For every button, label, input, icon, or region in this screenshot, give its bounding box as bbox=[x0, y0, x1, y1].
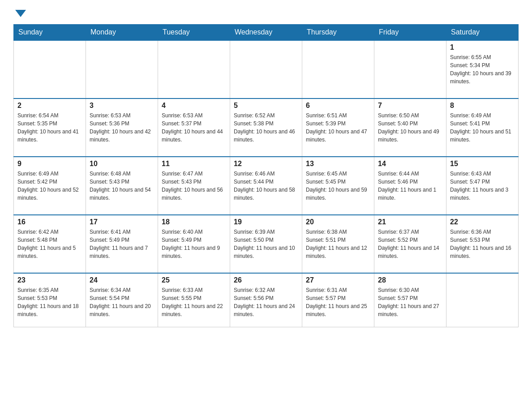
calendar-cell: 6Sunrise: 6:51 AMSunset: 5:39 PMDaylight… bbox=[302, 98, 374, 157]
day-info: Sunrise: 6:39 AMSunset: 5:50 PMDaylight:… bbox=[234, 228, 298, 260]
logo bbox=[13, 9, 26, 15]
day-info: Sunrise: 6:42 AMSunset: 5:48 PMDaylight:… bbox=[17, 228, 82, 260]
calendar-cell: 17Sunrise: 6:41 AMSunset: 5:49 PMDayligh… bbox=[86, 215, 158, 273]
day-number: 24 bbox=[90, 276, 154, 284]
calendar-week-row: 16Sunrise: 6:42 AMSunset: 5:48 PMDayligh… bbox=[14, 215, 519, 273]
day-info: Sunrise: 6:32 AMSunset: 5:56 PMDaylight:… bbox=[234, 286, 298, 318]
calendar-week-row: 23Sunrise: 6:35 AMSunset: 5:53 PMDayligh… bbox=[14, 273, 519, 327]
day-number: 1 bbox=[450, 43, 515, 51]
calendar-cell: 27Sunrise: 6:31 AMSunset: 5:57 PMDayligh… bbox=[302, 273, 374, 327]
calendar-cell: 24Sunrise: 6:34 AMSunset: 5:54 PMDayligh… bbox=[86, 273, 158, 327]
day-number: 4 bbox=[162, 102, 226, 110]
day-number: 7 bbox=[378, 102, 442, 110]
calendar-cell: 10Sunrise: 6:48 AMSunset: 5:43 PMDayligh… bbox=[86, 157, 158, 215]
day-info: Sunrise: 6:31 AMSunset: 5:57 PMDaylight:… bbox=[306, 286, 370, 318]
day-info: Sunrise: 6:37 AMSunset: 5:52 PMDaylight:… bbox=[378, 228, 442, 260]
calendar-table: SundayMondayTuesdayWednesdayThursdayFrid… bbox=[13, 24, 519, 327]
day-number: 17 bbox=[90, 218, 154, 226]
calendar-cell: 16Sunrise: 6:42 AMSunset: 5:48 PMDayligh… bbox=[14, 215, 86, 273]
calendar-cell: 20Sunrise: 6:38 AMSunset: 5:51 PMDayligh… bbox=[302, 215, 374, 273]
calendar-cell: 18Sunrise: 6:40 AMSunset: 5:49 PMDayligh… bbox=[158, 215, 230, 273]
day-number: 21 bbox=[378, 218, 442, 226]
weekday-header-saturday: Saturday bbox=[446, 25, 519, 41]
day-info: Sunrise: 6:36 AMSunset: 5:53 PMDaylight:… bbox=[450, 228, 515, 260]
day-info: Sunrise: 6:41 AMSunset: 5:49 PMDaylight:… bbox=[90, 228, 154, 260]
day-info: Sunrise: 6:53 AMSunset: 5:37 PMDaylight:… bbox=[162, 111, 226, 144]
calendar-cell: 26Sunrise: 6:32 AMSunset: 5:56 PMDayligh… bbox=[230, 273, 302, 327]
calendar-cell: 1Sunrise: 6:55 AMSunset: 5:34 PMDaylight… bbox=[446, 40, 519, 98]
calendar-cell: 2Sunrise: 6:54 AMSunset: 5:35 PMDaylight… bbox=[14, 98, 86, 157]
weekday-header-thursday: Thursday bbox=[302, 25, 374, 41]
weekday-header-tuesday: Tuesday bbox=[158, 25, 230, 41]
day-number: 13 bbox=[306, 160, 370, 168]
calendar-cell: 4Sunrise: 6:53 AMSunset: 5:37 PMDaylight… bbox=[158, 98, 230, 157]
day-number: 15 bbox=[450, 160, 515, 168]
day-info: Sunrise: 6:51 AMSunset: 5:39 PMDaylight:… bbox=[306, 111, 370, 144]
day-number: 28 bbox=[378, 276, 442, 284]
day-info: Sunrise: 6:47 AMSunset: 5:43 PMDaylight:… bbox=[162, 170, 226, 202]
day-number: 18 bbox=[162, 218, 226, 226]
day-info: Sunrise: 6:40 AMSunset: 5:49 PMDaylight:… bbox=[162, 228, 226, 260]
calendar-cell: 12Sunrise: 6:46 AMSunset: 5:44 PMDayligh… bbox=[230, 157, 302, 215]
logo-arrow-icon bbox=[15, 10, 26, 17]
day-info: Sunrise: 6:48 AMSunset: 5:43 PMDaylight:… bbox=[90, 170, 154, 202]
day-info: Sunrise: 6:53 AMSunset: 5:36 PMDaylight:… bbox=[90, 111, 154, 144]
day-number: 9 bbox=[17, 160, 82, 168]
calendar-cell bbox=[302, 40, 374, 98]
day-number: 11 bbox=[162, 160, 226, 168]
calendar-cell: 7Sunrise: 6:50 AMSunset: 5:40 PMDaylight… bbox=[374, 98, 446, 157]
day-info: Sunrise: 6:45 AMSunset: 5:45 PMDaylight:… bbox=[306, 170, 370, 202]
day-info: Sunrise: 6:54 AMSunset: 5:35 PMDaylight:… bbox=[17, 111, 82, 144]
calendar-cell: 14Sunrise: 6:44 AMSunset: 5:46 PMDayligh… bbox=[374, 157, 446, 215]
day-number: 19 bbox=[234, 218, 298, 226]
calendar-cell: 19Sunrise: 6:39 AMSunset: 5:50 PMDayligh… bbox=[230, 215, 302, 273]
day-info: Sunrise: 6:46 AMSunset: 5:44 PMDaylight:… bbox=[234, 170, 298, 202]
day-number: 14 bbox=[378, 160, 442, 168]
weekday-header-friday: Friday bbox=[374, 25, 446, 41]
day-info: Sunrise: 6:55 AMSunset: 5:34 PMDaylight:… bbox=[450, 53, 515, 86]
calendar-cell bbox=[446, 273, 519, 327]
day-info: Sunrise: 6:43 AMSunset: 5:47 PMDaylight:… bbox=[450, 170, 515, 202]
calendar-cell: 8Sunrise: 6:49 AMSunset: 5:41 PMDaylight… bbox=[446, 98, 519, 157]
calendar-cell: 15Sunrise: 6:43 AMSunset: 5:47 PMDayligh… bbox=[446, 157, 519, 215]
calendar-cell: 25Sunrise: 6:33 AMSunset: 5:55 PMDayligh… bbox=[158, 273, 230, 327]
page-header bbox=[13, 9, 519, 15]
calendar-week-row: 9Sunrise: 6:49 AMSunset: 5:42 PMDaylight… bbox=[14, 157, 519, 215]
calendar-cell: 11Sunrise: 6:47 AMSunset: 5:43 PMDayligh… bbox=[158, 157, 230, 215]
calendar-header-row: SundayMondayTuesdayWednesdayThursdayFrid… bbox=[14, 25, 519, 41]
calendar-cell bbox=[14, 40, 86, 98]
calendar-cell bbox=[230, 40, 302, 98]
day-number: 10 bbox=[90, 160, 154, 168]
day-info: Sunrise: 6:30 AMSunset: 5:57 PMDaylight:… bbox=[378, 286, 442, 318]
calendar-cell: 28Sunrise: 6:30 AMSunset: 5:57 PMDayligh… bbox=[374, 273, 446, 327]
calendar-cell: 9Sunrise: 6:49 AMSunset: 5:42 PMDaylight… bbox=[14, 157, 86, 215]
day-number: 23 bbox=[17, 276, 82, 284]
calendar-week-row: 2Sunrise: 6:54 AMSunset: 5:35 PMDaylight… bbox=[14, 98, 519, 157]
weekday-header-monday: Monday bbox=[86, 25, 158, 41]
calendar-cell bbox=[158, 40, 230, 98]
day-number: 20 bbox=[306, 218, 370, 226]
day-info: Sunrise: 6:49 AMSunset: 5:41 PMDaylight:… bbox=[450, 111, 515, 144]
day-info: Sunrise: 6:33 AMSunset: 5:55 PMDaylight:… bbox=[162, 286, 226, 318]
weekday-header-wednesday: Wednesday bbox=[230, 25, 302, 41]
day-number: 8 bbox=[450, 102, 515, 110]
day-number: 27 bbox=[306, 276, 370, 284]
day-number: 22 bbox=[450, 218, 515, 226]
day-number: 25 bbox=[162, 276, 226, 284]
calendar-week-row: 1Sunrise: 6:55 AMSunset: 5:34 PMDaylight… bbox=[14, 40, 519, 98]
calendar-cell bbox=[374, 40, 446, 98]
calendar-cell: 5Sunrise: 6:52 AMSunset: 5:38 PMDaylight… bbox=[230, 98, 302, 157]
calendar-cell: 21Sunrise: 6:37 AMSunset: 5:52 PMDayligh… bbox=[374, 215, 446, 273]
day-info: Sunrise: 6:38 AMSunset: 5:51 PMDaylight:… bbox=[306, 228, 370, 260]
calendar-cell bbox=[86, 40, 158, 98]
calendar-cell: 13Sunrise: 6:45 AMSunset: 5:45 PMDayligh… bbox=[302, 157, 374, 215]
day-number: 5 bbox=[234, 102, 298, 110]
day-info: Sunrise: 6:44 AMSunset: 5:46 PMDaylight:… bbox=[378, 170, 442, 202]
day-info: Sunrise: 6:49 AMSunset: 5:42 PMDaylight:… bbox=[17, 170, 82, 202]
calendar-cell: 23Sunrise: 6:35 AMSunset: 5:53 PMDayligh… bbox=[14, 273, 86, 327]
day-number: 16 bbox=[17, 218, 82, 226]
calendar-cell: 3Sunrise: 6:53 AMSunset: 5:36 PMDaylight… bbox=[86, 98, 158, 157]
day-info: Sunrise: 6:34 AMSunset: 5:54 PMDaylight:… bbox=[90, 286, 154, 318]
calendar-cell: 22Sunrise: 6:36 AMSunset: 5:53 PMDayligh… bbox=[446, 215, 519, 273]
day-number: 26 bbox=[234, 276, 298, 284]
